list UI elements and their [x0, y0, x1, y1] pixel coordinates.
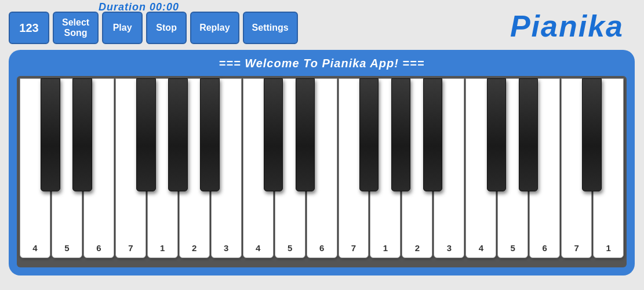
key-number-label: 6: [96, 243, 101, 253]
black-key-15[interactable]: [519, 78, 538, 191]
key-number-label: 1: [160, 243, 165, 253]
key-number-label: 2: [192, 243, 197, 253]
piano-keyboard: 4567123456712345671: [17, 76, 627, 267]
key-number-label: 6: [319, 243, 324, 253]
replay-button[interactable]: Replay: [190, 12, 239, 44]
welcome-text: === Welcome To Pianika App! ===: [17, 57, 627, 70]
key-number-label: 3: [224, 243, 228, 253]
key-number-label: 5: [288, 243, 292, 253]
stop-button[interactable]: Stop: [146, 12, 187, 44]
black-key-0[interactable]: [41, 78, 60, 191]
key-number-label: 7: [128, 243, 133, 253]
key-number-label: 4: [479, 243, 483, 253]
black-key-8[interactable]: [296, 78, 315, 191]
key-number-label: 6: [543, 243, 547, 253]
key-number-label: 1: [383, 243, 388, 253]
black-key-5[interactable]: [200, 78, 219, 191]
key-number-label: 1: [606, 243, 610, 253]
piano-container: === Welcome To Pianika App! === 45671234…: [9, 50, 635, 276]
black-key-4[interactable]: [168, 78, 187, 191]
black-key-12[interactable]: [423, 78, 442, 191]
black-key-3[interactable]: [136, 78, 155, 191]
btn-123[interactable]: 123: [9, 12, 49, 44]
key-number-label: 7: [351, 243, 356, 253]
black-key-11[interactable]: [391, 78, 410, 191]
black-key-14[interactable]: [487, 78, 506, 191]
key-number-label: 4: [256, 243, 260, 253]
select-song-button[interactable]: SelectSong: [53, 12, 99, 44]
key-number-label: 2: [415, 243, 420, 253]
black-key-7[interactable]: [264, 78, 283, 191]
settings-button[interactable]: Settings: [243, 12, 298, 44]
black-key-1[interactable]: [72, 78, 92, 191]
app-title: Pianika: [510, 9, 624, 44]
black-key-10[interactable]: [359, 78, 379, 191]
key-number-label: 5: [511, 243, 515, 253]
key-number-label: 5: [64, 243, 69, 253]
key-number-label: 4: [32, 243, 37, 253]
black-key-17[interactable]: [582, 78, 601, 191]
key-number-label: 7: [574, 243, 579, 253]
play-button[interactable]: Play: [102, 12, 143, 44]
header: Duration 00:00 123 SelectSong Play Stop …: [9, 6, 635, 44]
duration-label: Duration 00:00: [99, 1, 179, 13]
key-number-label: 3: [447, 243, 452, 253]
controls-bar: 123 SelectSong Play Stop Replay Settings: [9, 12, 298, 44]
